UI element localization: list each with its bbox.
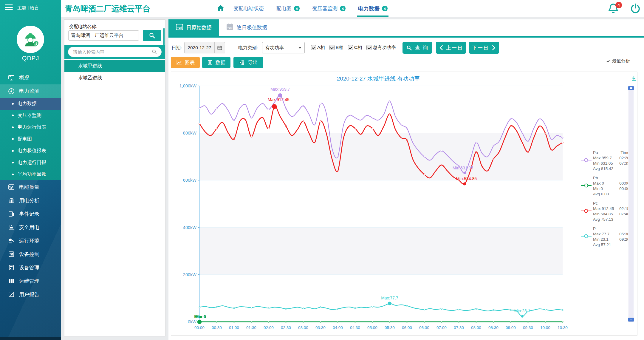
legend-series-name: Pb [593,175,598,181]
home-icon[interactable] [216,4,225,13]
panel-scrollbar[interactable] [163,28,165,56]
sidebar-item[interactable]: 设备管理 [0,261,61,274]
sidebar-item[interactable]: 电力数据 [0,98,61,110]
previous-day-button[interactable]: 上一日 [436,42,466,54]
content-tab[interactable]: +1M 逐日极值数据 [219,19,274,36]
close-icon[interactable] [382,6,388,11]
nav-tab[interactable]: 配电图 [275,0,301,17]
search-icon [406,45,412,51]
power-type-select[interactable]: 有功功率 [262,42,305,53]
hamburger-menu-icon[interactable] [5,4,13,11]
svg-text:07:30: 07:30 [454,325,464,330]
sidebar-item-label: 概况 [19,74,29,81]
sidebar-item[interactable]: 事件记录 [0,207,61,221]
legend-min: Min 584.85 [593,211,613,217]
svg-text:Max:912.45: Max:912.45 [268,97,290,102]
sidebar-item[interactable]: 电力运行报表 [0,121,61,133]
nav-tab[interactable]: 变压器监测 [311,0,346,17]
station-list-item[interactable]: 水城甲进线 [64,60,165,72]
excel-icon [239,60,245,66]
svg-text:08:00: 08:00 [471,325,481,330]
station-filter-input[interactable] [68,47,162,57]
legend-series-block[interactable]: Pc Max 912.4502:15 Min 584.8507:40 Avg 7… [581,201,630,222]
sidebar-item-icon [8,264,15,271]
sidebar-item-label: 电力监测 [19,88,39,95]
phase-checkbox[interactable]: A相 [311,44,325,51]
legend-series-block[interactable]: P Max 77.705:30 Min 23.109:20 Avg 57.21 [581,226,630,248]
phase-checkbox[interactable]: B相 [329,44,343,51]
extreme-analysis-checkbox[interactable]: 最值分析 [606,58,630,64]
data-view-button[interactable]: 数据 [202,57,230,68]
date-picker[interactable]: 2020-12-27 [184,42,225,53]
checkbox-checked-icon[interactable] [606,59,610,63]
svg-text:09:00: 09:00 [506,325,516,330]
notification-bell[interactable]: 4 [608,2,621,16]
sidebar-item[interactable]: 电力监测 [0,84,61,98]
calendar-icon: +1d [176,23,183,32]
sidebar-item[interactable]: 电力极值报表 [0,145,61,157]
nav-tab-label: 变压器监测 [312,5,338,12]
station-search-button[interactable] [143,30,161,41]
nav-tab[interactable]: 变配电站状态 [233,0,265,17]
sidebar-item[interactable]: 运行环境 [0,234,61,248]
sidebar-item[interactable]: 安全用电 [0,221,61,234]
checkbox-checked-icon[interactable] [348,45,353,50]
sidebar-item[interactable]: 变压器监测 [0,110,61,122]
query-button[interactable]: 查 询 [402,42,432,54]
sidebar-item[interactable]: 配电图 [0,133,61,145]
theme-language-link[interactable]: 主题 | 语言 [17,5,39,11]
sidebar-item-label: 电力运行日报 [18,160,46,166]
bullet-icon [12,103,14,105]
sidebar-item[interactable]: 电力运行日报 [0,157,61,169]
sidebar-item[interactable]: 设备控制 [0,248,61,261]
logout-power-button[interactable] [630,3,641,14]
legend-min: Min 0 [593,186,603,191]
station-name-input[interactable] [68,30,139,41]
phase-checkbox[interactable]: C相 [348,44,362,51]
sidebar-item[interactable]: 概况 [0,71,61,84]
chart-view-button[interactable]: 图表 [171,57,200,68]
sidebar-item-label: 事件记录 [19,211,39,217]
phase-checkbox[interactable]: 总有功功率 [366,44,396,51]
svg-text:+1d: +1d [177,26,182,29]
sidebar-item-label: 变压器监测 [18,112,41,119]
content-tab[interactable]: +1d 日原始数据 [168,19,219,36]
datazoom-handle-bottom[interactable] [628,318,634,322]
sidebar-item[interactable]: 用电分析 [0,194,61,207]
nav-tab[interactable]: 电力数据 [357,0,388,17]
checkbox-checked-icon[interactable] [329,45,335,50]
avatar[interactable] [17,26,44,53]
datazoom-handle-top[interactable] [628,86,634,90]
sidebar-item[interactable]: 用户报告 [0,288,61,301]
main-content: +1d 日原始数据 +1M 逐日极值数据 日期: 2020-12-27 电力类别… [168,19,644,340]
svg-text:07:00: 07:00 [436,325,447,330]
tab-divider [305,22,305,34]
datazoom-fill[interactable] [628,90,634,318]
sidebar-item[interactable]: 运维管理 [0,274,61,288]
station-label: 水城甲进线 [78,63,102,69]
datazoom-slider[interactable] [628,86,634,322]
station-list-item[interactable]: 水城乙进线 [64,72,165,84]
power-icon [630,3,641,14]
sidebar-item[interactable]: 平均功率因数 [0,169,61,180]
close-icon[interactable] [294,6,300,11]
svg-text:04:00: 04:00 [333,325,343,330]
line-chart[interactable]: 0kW200kW400kW600kW800kW1,000kW00:0000:30… [171,72,638,336]
power-type-label: 电力类别: [238,45,258,51]
sidebar-item-icon [8,237,15,244]
chevron-right-icon [492,45,496,50]
svg-text:Max:959.7: Max:959.7 [270,87,290,92]
station-label: 水城乙进线 [78,75,102,81]
sidebar-item[interactable]: 电能质量 [0,180,61,194]
close-icon[interactable] [340,6,346,11]
checkbox-checked-icon[interactable] [366,45,371,50]
calendar-button[interactable] [214,42,225,53]
top-header: 青岛啤酒二厂运维云平台 变配电站状态 配电图 变压器监测 电力数据 4 [61,0,644,17]
svg-text:200kW: 200kW [183,272,196,277]
checkbox-checked-icon[interactable] [311,45,316,50]
legend-series-block[interactable]: Pb Max 000:00 Min 000:00 Avg 0.00 [581,175,630,197]
export-button[interactable]: 导出 [233,57,263,68]
next-day-button[interactable]: 下一日 [469,42,499,54]
legend-series-block[interactable]: Pa Time Max 959.702:20 Min 631.0507:35 A… [581,150,630,171]
next-day-label: 下一日 [472,44,489,51]
